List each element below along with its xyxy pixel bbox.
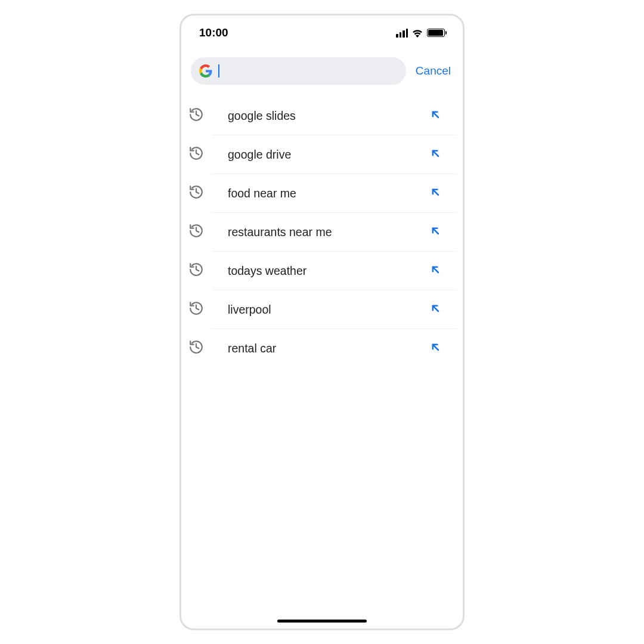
suggestion-row[interactable]: restaurants near me	[212, 213, 457, 252]
search-input[interactable]	[225, 65, 398, 78]
google-logo-icon	[199, 64, 212, 78]
insert-arrow-icon[interactable]	[429, 109, 441, 123]
insert-arrow-icon[interactable]	[429, 186, 441, 200]
cellular-signal-icon	[396, 29, 408, 38]
suggestion-label: restaurants near me	[228, 225, 417, 239]
status-icons	[396, 29, 445, 38]
home-indicator[interactable]	[277, 620, 367, 623]
text-cursor	[218, 64, 219, 78]
suggestion-row[interactable]: google drive	[212, 135, 457, 174]
search-pill[interactable]	[191, 57, 406, 85]
svg-line-4	[433, 267, 438, 273]
insert-arrow-icon[interactable]	[429, 147, 441, 162]
phone-frame: 10:00	[179, 14, 465, 630]
suggestion-label: rental car	[228, 342, 417, 355]
suggestion-row[interactable]: rental car	[212, 329, 457, 367]
suggestion-row[interactable]: todays weather	[212, 252, 457, 290]
history-icon	[188, 107, 204, 125]
suggestion-row[interactable]: liverpool	[212, 290, 457, 329]
suggestion-label: todays weather	[228, 264, 417, 278]
status-bar: 10:00	[181, 16, 463, 45]
svg-line-3	[433, 228, 438, 234]
suggestion-row[interactable]: google slides	[212, 97, 457, 135]
svg-line-0	[433, 112, 438, 117]
history-icon	[188, 145, 204, 163]
search-bar-row: Cancel	[181, 45, 463, 92]
insert-arrow-icon[interactable]	[429, 341, 441, 355]
suggestion-label: google slides	[228, 109, 417, 123]
insert-arrow-icon[interactable]	[429, 264, 441, 278]
suggestion-label: food near me	[228, 187, 417, 200]
insert-arrow-icon[interactable]	[429, 302, 441, 317]
history-icon	[188, 184, 204, 202]
insert-arrow-icon[interactable]	[429, 225, 441, 239]
suggestion-label: google drive	[228, 148, 417, 162]
svg-line-2	[433, 190, 438, 195]
suggestions-list: google slidesgoogle drivefood near meres…	[181, 92, 463, 367]
history-icon	[188, 339, 204, 357]
battery-icon	[427, 29, 445, 37]
svg-line-6	[433, 345, 438, 350]
history-icon	[188, 223, 204, 241]
status-time: 10:00	[199, 26, 228, 39]
cancel-button[interactable]: Cancel	[413, 64, 453, 78]
history-icon	[188, 301, 204, 318]
history-icon	[188, 262, 204, 280]
suggestion-row[interactable]: food near me	[212, 174, 457, 213]
svg-line-5	[433, 306, 438, 311]
svg-line-1	[433, 151, 438, 156]
suggestion-label: liverpool	[228, 303, 417, 317]
wifi-icon	[411, 29, 423, 38]
